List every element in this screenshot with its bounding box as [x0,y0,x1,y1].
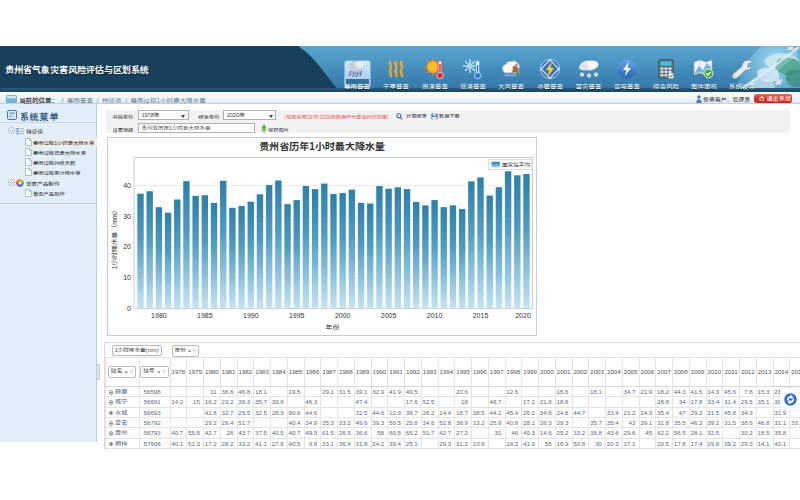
svg-text:2005: 2005 [380,312,396,319]
svg-text:40: 40 [123,181,131,188]
svg-text:年份: 年份 [325,324,339,331]
svg-text:20: 20 [123,243,131,250]
svg-text:2010: 2010 [426,312,442,319]
svg-text:1985: 1985 [197,312,213,319]
svg-text:贵州省历年1小时最大降水量: 贵州省历年1小时最大降水量 [259,140,385,151]
svg-text:30: 30 [123,212,131,219]
svg-text:1小时降水量（mm）: 1小时降水量（mm） [111,206,118,269]
svg-text:2000: 2000 [334,312,350,319]
svg-text:10: 10 [123,274,131,281]
svg-text:2015: 2015 [472,312,488,319]
svg-text:1980: 1980 [151,312,167,319]
svg-text:0: 0 [127,304,131,311]
svg-text:1995: 1995 [288,312,304,319]
svg-text:2020: 2020 [515,312,531,319]
svg-text:国家站平均: 国家站平均 [502,160,530,167]
svg-text:1990: 1990 [243,312,259,319]
